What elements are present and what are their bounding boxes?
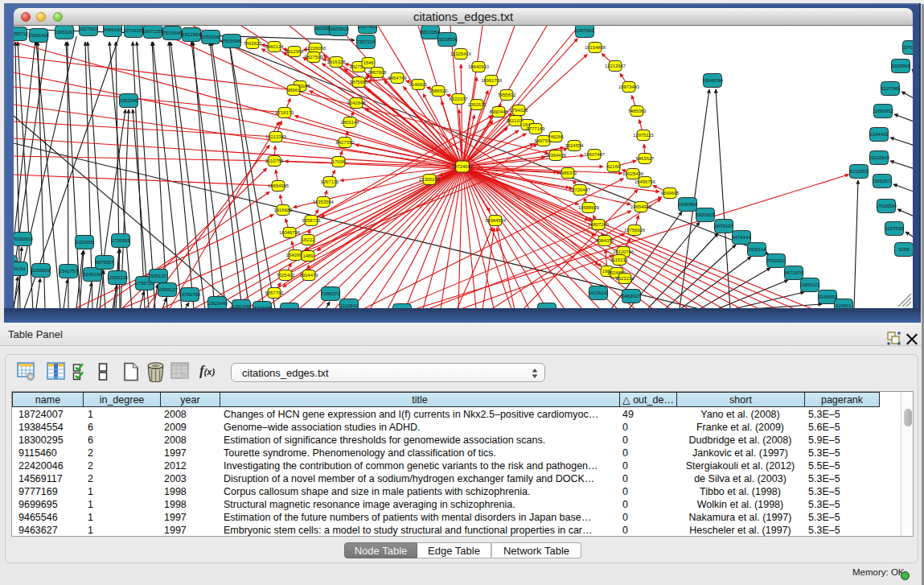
svg-text:98961: 98961 [287,88,300,93]
svg-text:14055712: 14055712 [14,31,28,36]
svg-text:19218506: 19218506 [437,37,458,42]
svg-text:1010755: 1010755 [265,159,285,163]
svg-text:9827509: 9827509 [305,55,323,60]
svg-text:6794028: 6794028 [510,108,529,113]
svg-text:7357224: 7357224 [357,39,376,44]
svg-text:9857791: 9857791 [265,290,284,295]
svg-text:1145194: 1145194 [84,272,102,277]
svg-text:9463627: 9463627 [636,156,655,161]
svg-text:1546: 1546 [363,60,374,65]
svg-text:746266: 746266 [548,134,564,139]
svg-text:12213389: 12213389 [265,134,286,139]
svg-text:7485063: 7485063 [628,109,647,113]
svg-text:15495756: 15495756 [634,179,656,184]
svg-text:12505135: 12505135 [107,275,129,280]
svg-text:10653267: 10653267 [54,30,75,35]
svg-text:5933923: 5933923 [696,212,716,217]
svg-text:8471676: 8471676 [785,270,804,275]
svg-text:19384554: 19384554 [485,218,507,223]
svg-text:1912954: 1912954 [183,32,202,37]
svg-text:10654112: 10654112 [799,282,820,287]
svg-text:18222: 18222 [302,237,314,242]
svg-text:1115132: 1115132 [610,257,628,262]
svg-text:12226058: 12226058 [305,46,326,51]
svg-text:9699695: 9699695 [661,191,680,196]
svg-text:9463627: 9463627 [622,294,641,299]
svg-text:18807249: 18807249 [588,222,609,227]
svg-text:8990448: 8990448 [490,109,509,114]
svg-text:2053346: 2053346 [202,35,221,39]
svg-text:7955812: 7955812 [498,93,516,97]
svg-text:8960124: 8960124 [265,44,285,49]
svg-text:19654923: 19654923 [630,204,652,209]
svg-text:17016504: 17016504 [876,204,897,208]
svg-text:7632621: 7632621 [767,258,786,263]
svg-text:1362615: 1362615 [468,102,487,107]
svg-text:7663822: 7663822 [244,41,262,46]
svg-text:9975857: 9975857 [96,260,114,265]
svg-text:15751074: 15751074 [901,45,913,50]
svg-text:10756928: 10756928 [624,228,646,233]
svg-text:10607487: 10607487 [584,152,605,157]
svg-text:7286372: 7286372 [322,291,340,296]
svg-text:9474444: 9474444 [733,235,752,240]
svg-text:9245652: 9245652 [819,295,837,299]
svg-text:9329966: 9329966 [892,64,911,68]
svg-text:15692971: 15692971 [872,179,893,183]
svg-text:10154808: 10154808 [585,45,606,50]
svg-text:20691406: 20691406 [28,33,50,38]
svg-text:1816328: 1816328 [327,60,347,64]
svg-text:2867608: 2867608 [368,70,388,75]
svg-text:15720407: 15720407 [569,187,590,192]
svg-text:3875685: 3875685 [350,80,369,84]
svg-text:16210643: 16210643 [869,155,890,160]
svg-text:39154: 39154 [14,266,26,271]
svg-text:7625402: 7625402 [277,273,295,278]
svg-text:1527602: 1527602 [80,27,98,31]
svg-text:16782759: 16782759 [179,292,200,297]
svg-text:12823448: 12823448 [207,301,228,306]
svg-text:14136141: 14136141 [588,290,609,295]
svg-text:1244415: 1244415 [870,132,889,137]
svg-text:1156829: 1156829 [32,268,51,273]
svg-text:9358733: 9358733 [302,218,322,223]
svg-text:26260910: 26260910 [14,237,34,241]
svg-text:16046796: 16046796 [279,230,301,235]
svg-text:1735993: 1735993 [112,238,131,243]
svg-text:16961758: 16961758 [481,78,503,83]
svg-text:2342757: 2342757 [60,269,78,274]
svg-text:10958137: 10958137 [157,287,178,292]
svg-text:8322037: 8322037 [450,97,468,101]
svg-text:16120746: 16120746 [613,249,634,254]
svg-text:20364436: 20364436 [545,153,567,158]
svg-text:7386372: 7386372 [559,171,577,175]
svg-text:924501: 924501 [836,303,852,308]
svg-text:2803144: 2803144 [341,120,360,125]
svg-text:10688609: 10688609 [578,205,599,210]
svg-text:1588520: 1588520 [429,89,449,93]
svg-text:8912954: 8912954 [285,49,305,54]
svg-text:1916682: 1916682 [274,208,293,212]
svg-text:8427552: 8427552 [336,140,355,145]
svg-text:15716485: 15716485 [252,306,273,308]
svg-text:6879197: 6879197 [715,224,733,229]
svg-text:2935114: 2935114 [748,247,766,252]
svg-text:10719155: 10719155 [123,28,145,33]
svg-text:2053346: 2053346 [120,98,139,103]
svg-text:8454749: 8454749 [388,76,407,80]
svg-text:6466160: 6466160 [104,27,123,32]
svg-text:1914479: 1914479 [300,273,318,278]
svg-text:62160: 62160 [607,164,621,169]
svg-text:11353594: 11353594 [313,200,334,204]
svg-text:18640910: 18640910 [468,64,490,69]
svg-text:12975115: 12975115 [633,133,654,138]
svg-text:16648784: 16648784 [702,78,724,83]
svg-text:9227349: 9227349 [881,86,900,91]
svg-text:1640954: 1640954 [679,202,698,207]
svg-text:1655061: 1655061 [281,307,299,308]
svg-text:7515546: 7515546 [223,39,242,43]
svg-text:8215953: 8215953 [850,169,869,174]
svg-text:1167530: 1167530 [885,226,904,231]
svg-text:2718170: 2718170 [276,110,295,115]
svg-text:7515546: 7515546 [163,31,183,35]
